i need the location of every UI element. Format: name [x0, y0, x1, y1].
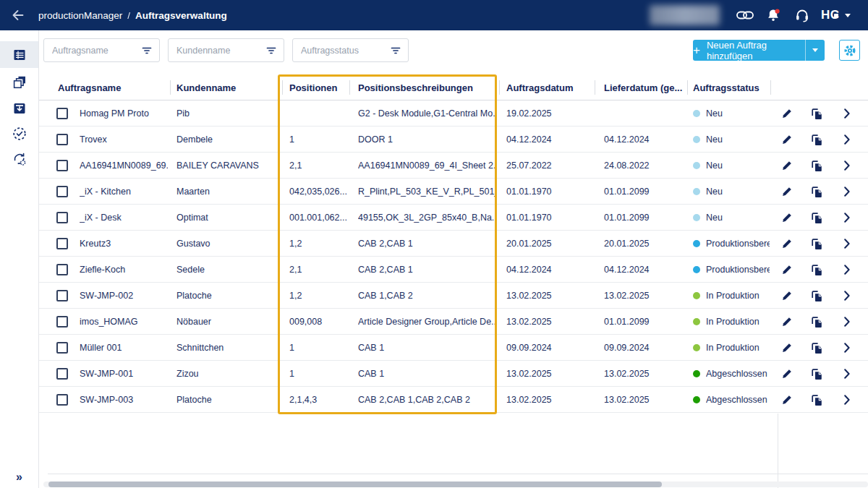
row-checkbox[interactable]	[56, 342, 68, 354]
copy-icon[interactable]	[810, 107, 823, 120]
table-row[interactable]: SW-JMP-002 Platoche 1,2 CAB 1,CAB 2 13.0…	[39, 283, 868, 309]
sidebar-item-approval[interactable]	[0, 120, 38, 147]
status-dot	[693, 214, 700, 221]
sidebar-item-import[interactable]	[0, 95, 38, 121]
chevron-right-icon[interactable]	[841, 159, 854, 172]
status-label: Neu	[706, 153, 770, 179]
row-checkbox[interactable]	[56, 264, 68, 275]
row-checkbox[interactable]	[56, 238, 68, 249]
grid-bottom-border	[48, 474, 868, 474]
row-checkbox[interactable]	[56, 316, 68, 328]
breadcrumb-app[interactable]: productionManager	[38, 10, 122, 21]
row-checkbox[interactable]	[56, 134, 68, 145]
row-checkbox[interactable]	[56, 394, 68, 406]
edit-icon[interactable]	[780, 159, 793, 172]
table-row[interactable]: Trovex Dembele 1 DOOR 1 04.12.2024 04.12…	[39, 127, 868, 153]
chevron-right-icon[interactable]	[841, 393, 854, 406]
chevron-right-icon[interactable]	[841, 133, 854, 146]
filter-icon[interactable]	[390, 45, 401, 59]
cell-lieferdatum: 13.02.2025	[604, 387, 682, 413]
copy-icon[interactable]	[810, 289, 823, 302]
column-header-auftragsdatum[interactable]: Auftragsdatum	[506, 74, 573, 100]
table-row[interactable]: Müller 001 Schnittchen 1 CAB 1 09.09.202…	[39, 335, 868, 361]
link-icon[interactable]	[736, 11, 754, 20]
sidebar-item-sync[interactable]	[0, 145, 38, 172]
copy-icon[interactable]	[810, 211, 823, 224]
cell-lieferdatum: 04.12.2024	[604, 257, 682, 283]
row-checkbox[interactable]	[56, 108, 68, 119]
back-arrow-icon[interactable]	[12, 9, 25, 21]
status-dot	[693, 266, 700, 273]
chevron-right-icon[interactable]	[841, 367, 854, 380]
row-checkbox[interactable]	[56, 160, 68, 171]
column-header-positionen[interactable]: Positionen	[289, 74, 337, 100]
expand-sidebar-icon[interactable]: »	[0, 471, 38, 484]
table-row[interactable]: _iX - Kitchen Maarten 042,035,026... R_P…	[39, 179, 868, 205]
sidebar-item-orders-table[interactable]	[0, 41, 38, 68]
table-row[interactable]: Homag PM Proto Pib G2 - Desk Module,G1-C…	[39, 100, 868, 127]
table-row[interactable]: Kreutz3 Gustavo 1,2 CAB 2,CAB 1 20.01.20…	[39, 231, 868, 257]
edit-icon[interactable]	[780, 315, 793, 328]
bell-icon[interactable]	[765, 8, 781, 22]
table-row[interactable]: SW-JMP-001 Zizou 1 CAB 1 13.02.2025 13.0…	[39, 361, 868, 387]
status-dot	[693, 162, 700, 169]
table-row[interactable]: _iX - Desk Optimat 001.001,062... 49155,…	[39, 205, 868, 231]
copy-icon[interactable]	[810, 237, 823, 250]
chevron-right-icon[interactable]	[841, 315, 854, 328]
column-header-auftragsstatus[interactable]: Auftragsstatus	[693, 74, 760, 100]
edit-icon[interactable]	[780, 211, 793, 224]
edit-icon[interactable]	[780, 341, 793, 354]
add-order-button[interactable]: + Neuen Auftrag hinzufügen	[693, 40, 805, 61]
copy-icon[interactable]	[810, 263, 823, 276]
column-header-positionsbeschreibungen[interactable]: Positionsbeschreibungen	[358, 74, 473, 100]
table-row[interactable]: imos_HOMAG Nöbauer 009,008 Article Desig…	[39, 309, 868, 335]
cell-kundenname: Platoche	[176, 283, 278, 309]
chevron-right-icon[interactable]	[841, 107, 854, 120]
add-order-dropdown-button[interactable]	[805, 40, 825, 61]
sidebar-item-copies[interactable]	[0, 69, 38, 95]
chevron-right-icon[interactable]	[841, 211, 854, 224]
edit-icon[interactable]	[780, 393, 793, 406]
copy-icon[interactable]	[810, 393, 823, 406]
table-row[interactable]: AA16941MN0089_69... BAILEY CARAVANS 2,1 …	[39, 153, 868, 179]
column-header-kundenname[interactable]: Kundenname	[176, 74, 236, 100]
filter-icon[interactable]	[265, 45, 277, 59]
filter-icon[interactable]	[141, 45, 153, 59]
row-checkbox[interactable]	[56, 368, 68, 380]
headset-icon[interactable]	[794, 8, 810, 22]
copy-icon[interactable]	[810, 315, 823, 328]
chevron-right-icon[interactable]	[841, 185, 854, 198]
cell-auftragsname: Ziefle-Koch	[80, 257, 168, 283]
table-row[interactable]: Ziefle-Koch Sedele 2,1 CAB 2,CAB 1 04.12…	[39, 257, 868, 283]
table-settings-button[interactable]	[839, 40, 860, 61]
column-header-auftragsname[interactable]: Auftragsname	[58, 74, 121, 100]
cell-lieferdatum: 01.01.2099	[604, 205, 682, 231]
row-checkbox[interactable]	[56, 290, 68, 301]
copy-icon[interactable]	[810, 133, 823, 146]
status-label: Neu	[706, 205, 770, 231]
edit-icon[interactable]	[780, 237, 793, 250]
copy-icon[interactable]	[810, 185, 823, 198]
column-header-lieferdatum[interactable]: Lieferdatum (ge...	[604, 74, 682, 100]
copy-icon[interactable]	[810, 367, 823, 380]
status-label: In Produktion	[706, 309, 770, 335]
chevron-right-icon[interactable]	[841, 263, 854, 276]
chevron-right-icon[interactable]	[841, 341, 854, 354]
copy-icon[interactable]	[810, 159, 823, 172]
edit-icon[interactable]	[780, 263, 793, 276]
edit-icon[interactable]	[780, 185, 793, 198]
edit-icon[interactable]	[780, 367, 793, 380]
edit-icon[interactable]	[780, 133, 793, 146]
homag-logo[interactable]: HC	[821, 8, 851, 22]
copy-icon[interactable]	[810, 341, 823, 354]
table-row[interactable]: SW-JMP-003 Platoche 2,1,4,3 CAB 2,CAB 1,…	[39, 387, 868, 413]
row-checkbox[interactable]	[56, 212, 68, 223]
chevron-right-icon[interactable]	[841, 289, 854, 302]
edit-icon[interactable]	[780, 289, 793, 302]
horizontal-scrollbar-track[interactable]	[43, 481, 868, 487]
cell-positionsbeschreibungen: AA16941MN0089_69_4I_Sheet 2...	[358, 153, 497, 179]
chevron-right-icon[interactable]	[841, 237, 854, 250]
horizontal-scrollbar-thumb[interactable]	[48, 481, 662, 487]
row-checkbox[interactable]	[56, 186, 68, 197]
edit-icon[interactable]	[780, 107, 793, 120]
